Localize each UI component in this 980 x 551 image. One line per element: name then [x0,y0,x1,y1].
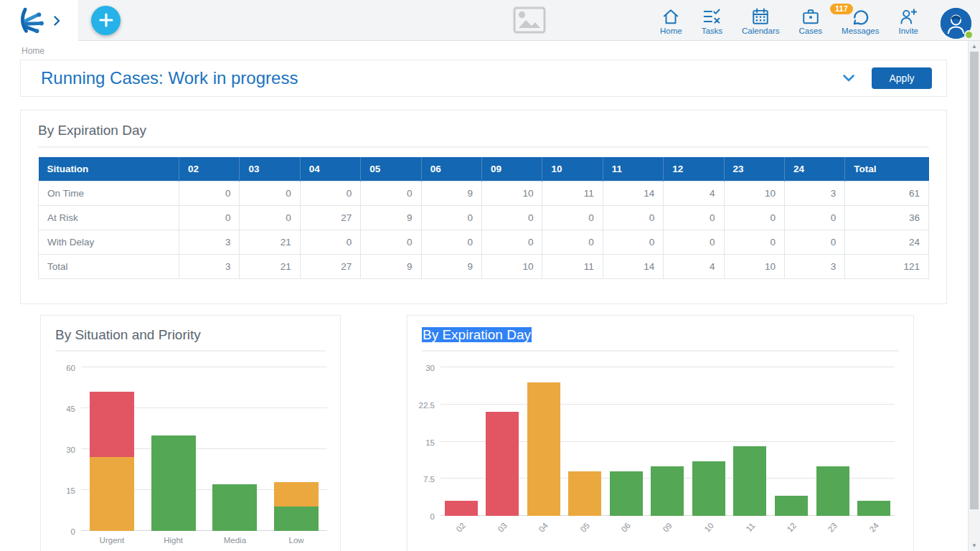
cell-value: 0 [482,206,542,230]
apply-button[interactable]: Apply [872,67,932,89]
scroll-down-arrow[interactable]: ▼ [969,540,980,551]
nav-calendars[interactable]: Calendars [742,7,779,35]
nav-tasks[interactable]: Tasks [702,7,722,35]
row-label: At Risk [39,206,179,230]
divider [38,146,929,148]
nav-invite[interactable]: Invite [899,7,919,35]
divider [422,350,899,352]
bar-segment-11[interactable] [733,446,766,516]
processmaker-logo [18,6,47,35]
bar-segment-on-time[interactable] [151,435,196,531]
expiration-day-card: By Expiration Day Situation0203040506091… [20,110,947,304]
bar-segment-with-delay[interactable] [90,392,134,457]
x-tick-label: Urgent [100,536,125,545]
y-tick-label: 15 [48,486,75,495]
row-label: With Delay [39,230,179,255]
home-icon [661,7,680,26]
x-tick-label: 24 [867,521,880,534]
col-header-23: 23 [724,157,784,182]
cell-value: 0 [724,230,784,255]
cell-value: 0 [603,206,663,230]
chart-heading: By Situation and Priority [41,316,340,350]
bar-segment-09[interactable] [651,466,684,516]
scroll-up-arrow[interactable]: ▲ [969,41,980,52]
bar-segment-on-time[interactable] [212,484,257,531]
dashboard-title-card: Running Cases: Work in progress Apply [20,60,947,97]
bar-segment-24[interactable] [857,501,890,516]
bar-24 [857,367,890,516]
bar-segment-at-risk[interactable] [274,482,319,507]
x-label-slot: 03 [486,523,519,532]
bar-segment-03[interactable] [486,412,519,516]
x-tick-label: 10 [702,521,715,534]
top-nav: Home Tasks [660,2,980,39]
row-label: Total [39,255,179,279]
add-person-icon [899,7,918,26]
bar-23 [816,367,849,516]
x-tick-label: 03 [496,521,509,534]
bar-06 [610,367,643,516]
cell-value: 4 [664,182,724,206]
bar-10 [692,367,725,516]
bar-segment-06[interactable] [610,471,643,516]
bar-segment-10[interactable] [692,461,725,516]
cell-value: 0 [784,206,844,230]
cell-value: 0 [361,230,421,255]
user-avatar[interactable] [941,8,971,39]
bars-layer [440,367,895,516]
col-header-03: 03 [240,157,300,182]
cell-value: 0 [482,230,542,255]
logo-area[interactable] [0,0,79,41]
col-header-24: 24 [784,157,844,182]
bar-segment-02[interactable] [445,501,478,516]
x-tick-label: 11 [744,522,756,534]
cell-value: 14 [603,182,663,206]
cell-value: 0 [361,182,421,206]
top-bar: Home Tasks [0,0,980,41]
bar-low [274,367,319,531]
cell-value: 3 [784,182,844,206]
cell-value: 0 [179,182,240,206]
nav-home[interactable]: Home [660,7,682,35]
scrollbar-thumb[interactable] [970,52,979,509]
y-tick-label: 15 [407,438,435,447]
bar-segment-04[interactable] [527,382,560,516]
vertical-scrollbar[interactable]: ▲ ▼ [968,41,980,551]
cell-value: 0 [421,230,481,255]
x-label-slot: 04 [527,523,560,532]
x-axis-labels: 0203040506091011122324 [440,523,895,532]
cell-value: 3 [784,255,844,279]
x-tick-label: 05 [579,521,591,534]
breadcrumb[interactable]: Home [22,46,44,56]
new-case-button[interactable] [91,6,121,35]
cell-value: 11 [542,255,603,279]
chevron-right-icon[interactable] [54,16,60,26]
nav-messages[interactable]: 117 Messages [842,7,879,35]
bar-segment-on-time[interactable] [274,507,319,531]
cell-value: 9 [421,255,481,279]
plus-icon [99,13,113,27]
table-row-with-delay: With Delay32100000000024 [39,230,929,255]
col-header-04: 04 [300,157,360,182]
table-row-at-risk: At Risk00279000000036 [39,206,929,230]
cell-value: 0 [300,230,360,255]
nav-cases[interactable]: Cases [798,7,822,35]
y-tick-label: 7.5 [407,475,435,484]
cell-value: 11 [542,182,603,206]
broken-image-placeholder-icon [513,6,546,34]
cell-value: 9 [361,255,421,279]
bar-segment-05[interactable] [568,471,601,516]
chevron-down-icon[interactable] [843,75,854,82]
bar-segment-at-risk[interactable] [90,457,134,531]
col-header-10: 10 [542,157,603,182]
x-label-slot: 06 [610,523,643,532]
bar-segment-12[interactable] [775,496,808,516]
bar-segment-23[interactable] [816,466,849,516]
col-header-05: 05 [361,157,421,182]
nav-label: Tasks [702,27,722,35]
cell-value: 14 [603,255,663,279]
col-header-09: 09 [482,157,542,182]
y-tick-label: 0 [407,512,435,521]
x-axis-labels: UrgentHightMediaLow [81,536,327,545]
x-label-slot: Urgent [90,536,134,545]
